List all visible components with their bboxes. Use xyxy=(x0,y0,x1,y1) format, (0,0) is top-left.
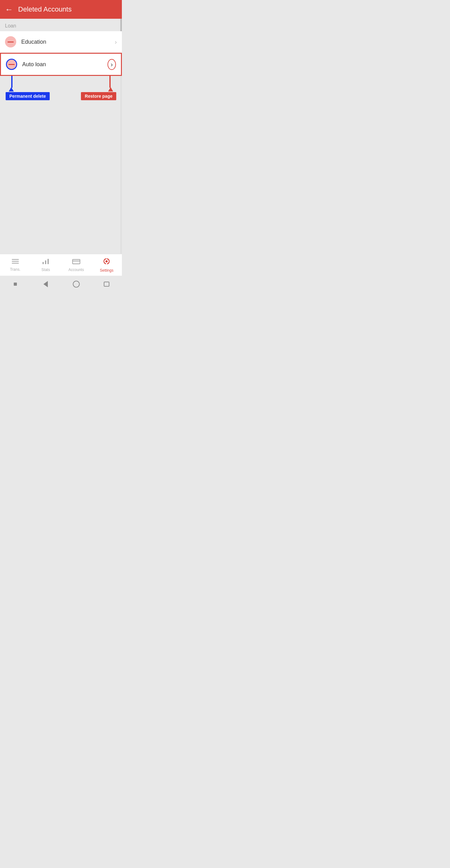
chevron-right-education: › xyxy=(115,38,117,45)
minus-icon xyxy=(7,41,14,42)
bottom-navigation: Trans. Stats Accounts S xyxy=(0,254,122,276)
annotation-area: Permanent delete Restore page xyxy=(0,76,122,104)
account-name-education: Education xyxy=(21,39,115,45)
empty-area xyxy=(0,104,122,254)
back-button[interactable]: ← xyxy=(5,5,13,14)
nav-label-settings: Settings xyxy=(100,268,113,273)
square-icon xyxy=(14,283,17,286)
account-name-autoloan: Auto loan xyxy=(22,61,108,68)
nav-label-trans: Trans. xyxy=(10,267,21,272)
arrow-head-blue xyxy=(9,87,14,91)
trans-icon xyxy=(11,258,19,266)
restore-page-annotation: Restore page xyxy=(81,76,116,100)
system-navigation xyxy=(0,276,122,292)
stats-icon xyxy=(42,258,49,266)
arrow-head-red xyxy=(108,87,113,91)
nav-label-stats: Stats xyxy=(41,268,50,272)
delete-icon-autoloan xyxy=(6,59,17,70)
permanent-delete-annotation: Permanent delete xyxy=(6,76,50,100)
nav-item-settings[interactable]: Settings xyxy=(91,254,122,276)
list-item-education[interactable]: Education › xyxy=(0,31,122,53)
nav-item-trans[interactable]: Trans. xyxy=(0,254,31,276)
svg-rect-6 xyxy=(73,259,80,264)
system-square-button[interactable] xyxy=(11,280,20,288)
system-home-button[interactable] xyxy=(72,280,81,288)
svg-rect-4 xyxy=(45,260,46,264)
chevron-right-autoloan: › xyxy=(108,59,116,70)
home-circle-icon xyxy=(73,281,80,287)
arrow-shaft-red xyxy=(109,76,111,88)
nav-item-stats[interactable]: Stats xyxy=(31,254,61,276)
permanent-delete-label: Permanent delete xyxy=(6,92,50,100)
svg-rect-3 xyxy=(43,262,44,264)
arrow-shaft-blue xyxy=(11,76,12,88)
accounts-icon xyxy=(72,258,80,266)
section-label-loan: Loan xyxy=(0,19,122,31)
delete-icon-education xyxy=(5,36,16,48)
nav-label-accounts: Accounts xyxy=(68,268,84,272)
settings-icon xyxy=(103,257,110,267)
content-area: Loan Education › Auto loan › Permanent d… xyxy=(0,19,122,254)
system-back-button[interactable] xyxy=(41,280,50,288)
recents-rect-icon xyxy=(104,282,109,287)
list-item-autoloan[interactable]: Auto loan › xyxy=(0,53,122,76)
minus-icon-autoloan xyxy=(8,64,15,65)
svg-rect-5 xyxy=(48,259,49,264)
svg-point-8 xyxy=(106,260,108,262)
nav-item-accounts[interactable]: Accounts xyxy=(61,254,91,276)
page-title: Deleted Accounts xyxy=(18,5,72,13)
app-header: ← Deleted Accounts xyxy=(0,0,122,19)
restore-page-label: Restore page xyxy=(81,92,116,100)
system-recents-button[interactable] xyxy=(102,280,111,288)
back-triangle-icon xyxy=(44,281,48,287)
